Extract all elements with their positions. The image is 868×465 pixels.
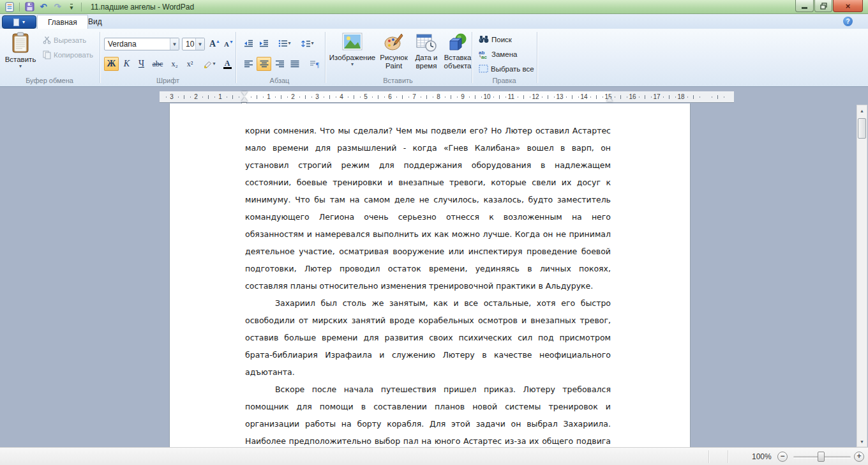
ruler-tick (384, 96, 385, 98)
cut-button[interactable]: Вырезать (41, 35, 88, 45)
restore-button[interactable] (814, 0, 832, 12)
date-time-button[interactable]: Дата и время (411, 33, 442, 70)
subscript-button[interactable]: x₂ (167, 57, 182, 71)
redo-button[interactable]: ↷ (50, 1, 64, 13)
ruler-tick (523, 95, 524, 99)
ruler-tick (645, 95, 645, 99)
text-highlight-button[interactable]: ▾ (200, 57, 218, 71)
paragraph-dialog-button[interactable]: ¶ (306, 57, 322, 71)
find-button[interactable]: Поиск (477, 34, 514, 44)
superscript-button[interactable]: x² (183, 57, 197, 71)
replace-button[interactable]: ab ac Замена (477, 49, 519, 59)
line-spacing-button[interactable]: ▾ (297, 36, 318, 50)
clipboard-icon (11, 32, 30, 54)
ruler-number: 18 (677, 91, 684, 102)
color-swatch (223, 67, 232, 69)
paint-drawing-button[interactable]: Рисунок Paint (378, 33, 410, 70)
ruler-tick (348, 96, 348, 98)
document-area: 321123456789101112131415161718 корни сом… (0, 87, 868, 447)
paste-button[interactable]: Вставить ▾ (4, 32, 37, 69)
ruler-tick (305, 95, 306, 99)
ruler-number: 14 (580, 91, 587, 102)
close-button[interactable]: × (833, 0, 863, 12)
ruler-tick (232, 95, 233, 99)
ruler-tick (445, 96, 445, 98)
toolbar-separator (81, 3, 82, 11)
ruler-tick (433, 96, 433, 98)
font-size-combo[interactable]: 10 ▼ (182, 38, 205, 50)
align-center-button[interactable] (257, 57, 271, 71)
minimize-button[interactable] (795, 0, 814, 12)
decrease-indent-button[interactable] (241, 36, 256, 50)
insert-object-button[interactable]: Вставка объекта (443, 33, 472, 70)
save-button[interactable] (22, 1, 36, 13)
underline-button[interactable]: Ч (134, 57, 149, 71)
align-center-icon (260, 60, 269, 68)
ruler-tick (190, 96, 191, 98)
ruler-number: 9 (461, 91, 465, 102)
indent-marker-right[interactable] (606, 97, 613, 102)
first-line-indent-icon (241, 91, 248, 96)
ruler-tick (481, 96, 482, 98)
ribbon-tab-row: ▾ Главная Вид ? (0, 14, 868, 29)
zoom-out-button[interactable]: − (777, 452, 788, 462)
ruler-tick (675, 96, 676, 98)
shrink-font-button[interactable]: A ▼ (221, 37, 236, 51)
insert-picture-button[interactable]: Изображение ▾ (328, 33, 377, 67)
grow-font-button[interactable]: A ▲ (207, 37, 222, 51)
binoculars-icon (479, 35, 489, 43)
zoom-slider-thumb[interactable] (818, 452, 825, 462)
ruler-tick (651, 96, 652, 98)
italic-button[interactable]: К (119, 57, 134, 71)
document-page[interactable]: корни сомнения. Что мы сделали? Чем мы п… (169, 103, 691, 447)
ruler-number: 10 (483, 91, 490, 102)
application-menu-button[interactable]: ▾ (2, 15, 36, 29)
customize-toolbar-dropdown[interactable]: ▾ (64, 1, 79, 13)
font-color-button[interactable]: A (219, 57, 236, 71)
vertical-scrollbar[interactable]: ▲ ▼ (857, 105, 867, 447)
ruler-tick (287, 96, 288, 98)
group-label-clipboard: Буфер обмена (0, 77, 99, 84)
ruler-tick (627, 96, 627, 98)
ruler-tick (378, 95, 378, 99)
wordpad-app-icon[interactable] (3, 1, 17, 13)
document-text[interactable]: корни сомнения. Что мы сделали? Чем мы п… (245, 122, 611, 465)
list-button[interactable]: ▾ (274, 36, 295, 50)
replace-label: Замена (491, 50, 517, 58)
zoom-in-button[interactable]: + (854, 452, 864, 462)
status-separator (728, 450, 728, 463)
copy-button[interactable]: Копировать (41, 50, 95, 60)
hanging-indent-icon (241, 97, 248, 102)
justify-button[interactable] (287, 57, 302, 71)
arrow-up-icon: ▲ (216, 39, 220, 43)
scrollbar-thumb[interactable] (858, 118, 866, 139)
undo-button[interactable]: ↶ (36, 1, 50, 13)
ruler-tick (184, 95, 184, 99)
increase-indent-button[interactable] (257, 36, 271, 50)
restore-icon (820, 3, 827, 10)
decrease-indent-icon (244, 40, 253, 47)
strikethrough-button[interactable]: abc (149, 57, 167, 71)
select-all-button[interactable]: Выбрать все (477, 64, 536, 73)
zoom-slider-track[interactable] (793, 456, 851, 458)
scroll-up-icon[interactable]: ▲ (857, 105, 867, 116)
ruler-tick (396, 96, 397, 98)
group-separator (100, 32, 100, 83)
zoom-level: 100% (752, 452, 772, 461)
ruler-tick (596, 95, 597, 99)
tab-view[interactable]: Вид (78, 15, 112, 29)
align-left-button[interactable] (241, 57, 256, 71)
ruler-tick (421, 96, 421, 98)
scroll-down-icon[interactable]: ▼ (857, 436, 867, 446)
ruler: 321123456789101112131415161718 (160, 91, 734, 102)
ruler-number: 2 (291, 91, 295, 102)
date-time-label: Дата и время (411, 54, 442, 70)
title-bar: ↶ ↷ ▾ 11.падшие ангелы - WordPad × (0, 0, 868, 14)
scissors-icon (43, 36, 51, 44)
font-family-combo[interactable]: Verdana ▼ (104, 38, 179, 50)
align-right-button[interactable] (272, 57, 287, 71)
bold-button[interactable]: Ж (104, 57, 119, 71)
ruler-tick (214, 96, 215, 98)
window-controls: × (795, 0, 863, 12)
help-icon[interactable]: ? (843, 17, 853, 26)
